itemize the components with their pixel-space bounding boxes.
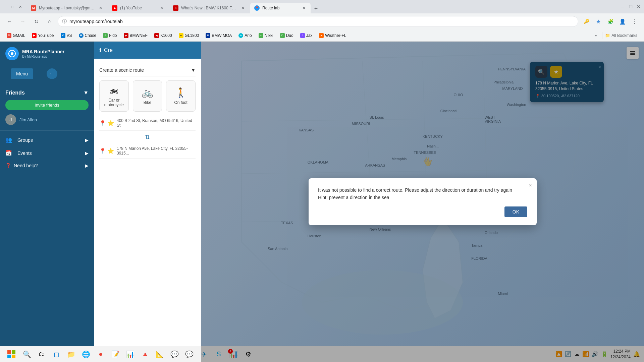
minimize-button[interactable]: ─ [3, 4, 8, 9]
taskbar-notes-button[interactable]: 📝 [109, 348, 122, 361]
windows-logo-icon [7, 350, 16, 359]
window-controls: ─ □ ✕ [3, 4, 23, 9]
waypoint-1-icons: 📍 ⭐ [99, 120, 114, 126]
sidebar-item-groups[interactable]: 👥 Groups ▶ [5, 133, 89, 146]
tab-whats-new-close[interactable]: ✕ [240, 5, 246, 11]
back-button[interactable]: ← [4, 16, 15, 27]
taskbar-edge-button[interactable]: ◻ [50, 348, 63, 361]
sidebar-item-events[interactable]: 📅 Events ▶ [5, 146, 89, 160]
menu-button[interactable]: Menu [11, 68, 33, 79]
tab-route-lab-title: Route lab [262, 6, 299, 10]
modal-close-button[interactable]: × [529, 182, 532, 188]
waypoint-1-location-icon: 📍 [99, 120, 106, 126]
bookmark-chase[interactable]: ⊕ Chase [76, 32, 99, 39]
tab-gmail-close[interactable]: ✕ [98, 5, 103, 11]
events-chevron-icon: ▶ [85, 150, 89, 156]
bookmark-jax[interactable]: J Jax [298, 32, 315, 39]
youtube-favicon: ▶ [112, 5, 117, 11]
k1600-bm-favicon: 🏍 [154, 33, 159, 38]
waypoint-2: 📍 ⭐ 178 N Marion Ave, Lake City, FL 3205… [99, 143, 196, 159]
car-icon: 🏍 [109, 85, 119, 96]
close-window-button[interactable]: ✕ [17, 4, 23, 9]
svg-rect-9 [12, 355, 15, 358]
foot-label: On foot [174, 100, 187, 105]
bookmark-k1600[interactable]: 🏍 K1600 [152, 32, 175, 39]
tab-youtube[interactable]: ▶ (1) YouTube ✕ [108, 3, 168, 13]
extensions-button[interactable]: 🔑 [581, 16, 592, 27]
taskbar-vlc-button[interactable]: 🔺 [138, 348, 152, 361]
tab-gmail[interactable]: M Myrouteapp - l.ovrutsky@gmai... ✕ [27, 3, 107, 13]
tab-route-lab[interactable]: 📍 Route lab ✕ [250, 3, 311, 13]
back-nav-button[interactable]: ← [47, 68, 57, 79]
bookmark-gl1800[interactable]: W GL1800 [176, 32, 202, 39]
extensions-icon[interactable]: 🧩 [605, 16, 616, 27]
bookmark-vs[interactable]: V VS [58, 32, 75, 39]
bookmark-nikki[interactable]: + Nikki [256, 32, 276, 39]
maximize-button[interactable]: □ [10, 4, 15, 9]
taskbar-calculator-button[interactable]: 📊 [123, 348, 137, 361]
all-bookmarks-button[interactable]: 📁 All Bookmarks [602, 32, 640, 39]
home-button[interactable]: ⌂ [44, 16, 55, 27]
bookmark-jax-label: Jax [306, 33, 313, 38]
route-form: Create a scenic route ▼ 🏍 Car or motorcy… [94, 59, 201, 164]
profile-button[interactable]: 👤 [617, 16, 628, 27]
bookmark-gmail[interactable]: M GMAIL [4, 32, 28, 39]
start-button[interactable] [4, 347, 19, 362]
transport-car-button[interactable]: 🏍 Car or motorcycle [99, 80, 129, 112]
modal-ok-button[interactable]: OK [504, 206, 527, 217]
window-minimize-btn[interactable]: ─ [620, 4, 625, 9]
main-panel: ℹ Cre Create a scenic route ▼ 🏍 Car or m… [94, 42, 201, 362]
logo-sub: By MyRoute-app [22, 55, 64, 58]
tab-route-lab-close[interactable]: ✕ [301, 5, 307, 11]
swap-icon: ⇅ [145, 133, 150, 141]
bookmark-chase-label: Chase [85, 33, 97, 38]
taskbar-chrome-button[interactable]: ● [94, 348, 107, 361]
friends-title-label: Friends [5, 90, 25, 96]
bookmark-fido[interactable]: F Fido [100, 32, 119, 39]
transport-bike-button[interactable]: 🚲 Bike [133, 80, 162, 112]
tab-whats-new[interactable]: K What's New | BMW K1600 Foru... ✕ [169, 3, 250, 13]
modal-footer: OK [318, 206, 527, 217]
bookmark-weather-fl[interactable]: ☁ Weather-FL [316, 32, 349, 39]
forward-button[interactable]: → [17, 16, 28, 27]
bookmark-bmwnef[interactable]: 🏍 BMWNEF [121, 32, 150, 39]
taskbar-messenger-button[interactable]: 💬 [168, 348, 181, 361]
bookmarks-more-button[interactable]: » [592, 32, 600, 39]
taskbar-files-button[interactable]: 📁 [64, 348, 78, 361]
scenic-route-dropdown[interactable]: Create a scenic route ▼ [99, 64, 196, 76]
tab-whats-new-title: What's New | BMW K1600 Foru... [181, 6, 237, 10]
transport-options: 🏍 Car or motorcycle 🚲 Bike 🚶 On foot [99, 76, 196, 116]
bookmark-arlo[interactable]: A Arlo [236, 32, 254, 39]
more-menu-button[interactable]: ⋮ [629, 16, 640, 27]
bookmark-button[interactable]: ★ [593, 16, 604, 27]
waypoint-2-icons: 📍 ⭐ [99, 148, 114, 154]
taskbar-browser-button[interactable]: 🌐 [79, 348, 93, 361]
swap-waypoints-button[interactable]: ⇅ [99, 131, 196, 143]
logo-text-block: MRA RoutePlanner By MyRoute-app [22, 49, 64, 58]
sidebar-item-help[interactable]: ❓ Need help? ▶ [5, 160, 89, 172]
tab-youtube-close[interactable]: ✕ [159, 5, 164, 11]
title-bar: ─ □ ✕ M Myrouteapp - l.ovrutsky@gmai... … [0, 0, 644, 13]
taskbar-whatsapp-button[interactable]: 💬 [182, 348, 196, 361]
taskbar-search-button[interactable]: 🔍 [20, 348, 34, 361]
invite-friends-button[interactable]: Invite friends [5, 100, 89, 110]
waypoint-1-address: 400 S 2nd St, Branson, MO 65616, United … [117, 118, 196, 128]
friends-section-title[interactable]: Friends ▼ [5, 87, 89, 99]
taskbar-task-view-button[interactable]: 🗂 [35, 348, 48, 361]
new-tab-button[interactable]: + [311, 4, 321, 13]
bookmark-duo[interactable]: D Duo [277, 32, 296, 39]
transport-foot-button[interactable]: 🚶 On foot [166, 80, 196, 112]
window-close-btn[interactable]: ✕ [636, 4, 641, 9]
groups-chevron-icon: ▶ [85, 137, 89, 143]
reload-button[interactable]: ↻ [31, 16, 42, 27]
map-area[interactable]: PENNSYLVANIA Philadelphia OHIO Cincinnat… [201, 42, 644, 362]
user-item-jim-allen[interactable]: J Jim Allen [5, 112, 89, 128]
chase-bm-favicon: ⊕ [79, 33, 84, 38]
window-restore-btn[interactable]: ❐ [628, 4, 633, 9]
nikki-bm-favicon: + [259, 33, 263, 38]
address-bar[interactable]: ⓘ myrouteapp.com/routelab [58, 16, 578, 27]
bookmark-bmw-moa[interactable]: B BMW MOA [203, 32, 234, 39]
bookmark-youtube[interactable]: ▶ YouTube [29, 32, 56, 39]
taskbar-app1-button[interactable]: 📐 [153, 348, 166, 361]
sidebar: MRA RoutePlanner By MyRoute-app Menu ← F… [0, 42, 94, 362]
